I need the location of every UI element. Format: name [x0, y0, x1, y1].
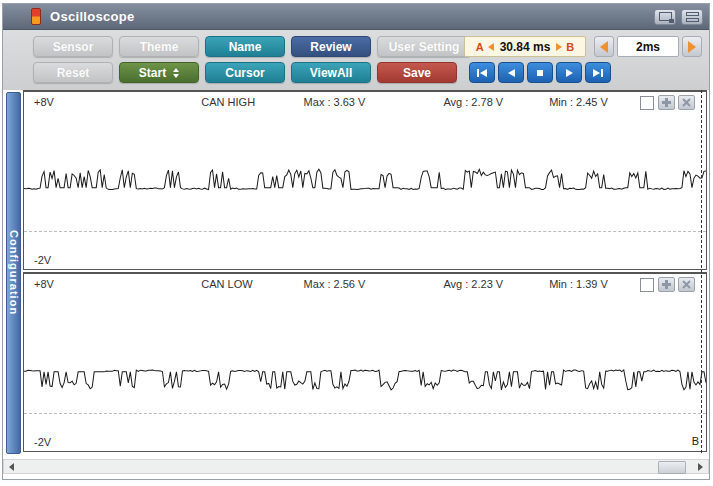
plus-icon: [662, 98, 671, 107]
toolbar: Sensor Theme Name Review User Setting Re…: [3, 30, 709, 90]
timebase-control: 2ms: [594, 36, 702, 57]
stop-button[interactable]: [527, 62, 553, 83]
add-channel-button[interactable]: [658, 95, 675, 110]
skip-to-start-icon: [475, 67, 489, 79]
cursor-b-line-label: B: [692, 435, 699, 447]
stat-max: Max : 2.56 V: [304, 278, 366, 290]
stat-min: Min : 1.39 V: [549, 278, 608, 290]
cursor-b-label[interactable]: B: [566, 41, 574, 53]
stat-min: Min : 2.45 V: [549, 96, 608, 108]
name-button[interactable]: Name: [205, 36, 285, 57]
reset-button[interactable]: Reset: [33, 62, 113, 83]
user-setting-button[interactable]: User Setting: [377, 36, 471, 57]
oscilloscope-window: Oscilloscope Sensor Theme Name Review Us…: [2, 3, 710, 480]
playback-controls: [469, 62, 611, 83]
timebase-increase-button[interactable]: [682, 36, 702, 57]
restore-window-button[interactable]: [654, 9, 676, 25]
scroll-right-arrow-icon[interactable]: [698, 463, 703, 471]
range-top-label: +8V: [34, 96, 54, 108]
skip-to-end-button[interactable]: [585, 62, 611, 83]
theme-button[interactable]: Theme: [119, 36, 199, 57]
viewall-button[interactable]: ViewAll: [291, 62, 371, 83]
add-channel-button[interactable]: [658, 277, 675, 292]
scrollbar-thumb[interactable]: [658, 461, 686, 474]
main-area: Configuration +8V CAN HIGH Max : 3.63 V …: [3, 90, 709, 479]
window-title: Oscilloscope: [50, 9, 135, 24]
review-button[interactable]: Review: [291, 36, 371, 57]
timebase-value[interactable]: 2ms: [617, 36, 679, 57]
scroll-left-arrow-icon[interactable]: [9, 463, 14, 471]
close-channel-button[interactable]: [678, 277, 695, 292]
channel-select-checkbox[interactable]: [640, 278, 654, 292]
cursor-button[interactable]: Cursor: [205, 62, 285, 83]
timebase-decrease-button[interactable]: [594, 36, 614, 57]
skip-to-start-button[interactable]: [469, 62, 495, 83]
waveform-can-high: [24, 92, 706, 269]
cursor-a-arrow-icon: [488, 43, 494, 51]
configuration-tab-label: Configuration: [8, 230, 20, 315]
step-back-icon: [504, 67, 518, 79]
right-arrow-icon: [688, 41, 696, 53]
play-icon: [562, 67, 576, 79]
stat-max: Max : 3.63 V: [304, 96, 366, 108]
save-button[interactable]: Save: [377, 62, 457, 83]
channel-name: CAN LOW: [201, 278, 252, 290]
channel-panel-can-high: +8V CAN HIGH Max : 3.63 V Avg : 2.78 V M…: [23, 90, 707, 270]
close-icon: [682, 280, 691, 289]
left-arrow-icon: [600, 41, 608, 53]
cursor-b-arrow-icon: [556, 43, 562, 51]
title-bar: Oscilloscope: [3, 4, 709, 30]
start-button[interactable]: Start: [119, 62, 199, 83]
minimize-window-button[interactable]: [681, 9, 703, 25]
channel-name: CAN HIGH: [201, 96, 255, 108]
range-bottom-label: -2V: [34, 436, 51, 448]
range-bottom-label: -2V: [34, 254, 51, 266]
zero-volt-gridline: [24, 231, 706, 232]
stat-avg: Avg : 2.78 V: [443, 96, 503, 108]
play-button[interactable]: [556, 62, 582, 83]
ab-time-value: 30.84 ms: [500, 40, 551, 54]
channel-panels: +8V CAN HIGH Max : 3.63 V Avg : 2.78 V M…: [23, 90, 707, 452]
stat-avg: Avg : 2.23 V: [443, 278, 503, 290]
channel-select-checkbox[interactable]: [640, 96, 654, 110]
horizontal-scrollbar[interactable]: [3, 459, 709, 474]
close-icon: [682, 98, 691, 107]
zero-volt-gridline: [24, 413, 706, 414]
skip-to-end-icon: [591, 67, 605, 79]
stop-icon: [533, 67, 547, 79]
stacked-windows-icon: [686, 12, 699, 22]
range-top-label: +8V: [34, 278, 54, 290]
waveform-can-low: [24, 274, 706, 451]
channel-panel-can-low: +8V CAN LOW Max : 2.56 V Avg : 2.23 V Mi…: [23, 272, 707, 452]
sensor-button[interactable]: Sensor: [33, 36, 113, 57]
plus-icon: [662, 280, 671, 289]
step-back-button[interactable]: [498, 62, 524, 83]
cursor-a-label[interactable]: A: [476, 41, 484, 53]
ab-time-display: A 30.84 ms B: [464, 36, 586, 57]
configuration-tab[interactable]: Configuration: [6, 92, 21, 454]
restore-icon: [659, 12, 672, 21]
close-channel-button[interactable]: [678, 95, 695, 110]
app-icon: [31, 8, 41, 25]
start-spinner-icon: [173, 68, 179, 78]
